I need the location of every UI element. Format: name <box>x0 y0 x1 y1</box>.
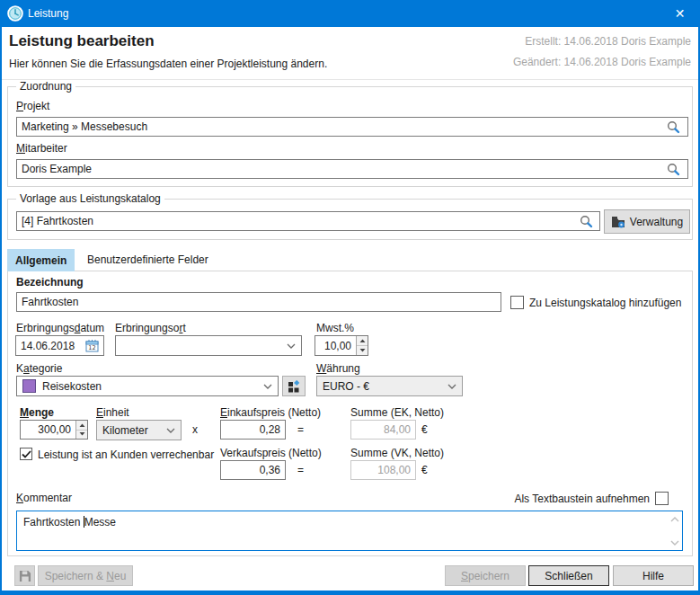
category-color-swatch <box>22 379 36 393</box>
speichern-neu-button[interactable]: Speichern & Neu <box>38 565 133 586</box>
folder-gear-icon <box>611 216 625 228</box>
menge-stepper-down-button[interactable] <box>76 431 87 440</box>
kategorie-label: Kategorie <box>16 362 62 375</box>
kategorie-select[interactable]: Reisekosten <box>16 376 279 396</box>
leistung-dialog: Leistung ✕ Leistung bearbeiten Hier könn… <box>0 0 700 595</box>
page-title: Leistung bearbeiten <box>9 32 155 50</box>
mwst-label: Mwst.% <box>316 322 354 334</box>
window-border-left <box>0 27 2 591</box>
einheit-label: Einheit <box>96 406 129 419</box>
scroll-down-icon[interactable] <box>670 540 679 546</box>
textbaustein-label: Als Textbaustein aufnehmen <box>514 493 650 505</box>
equals-sign: = <box>297 464 304 476</box>
scroll-up-icon[interactable] <box>670 517 679 522</box>
verrechenbar-label: Leistung ist an Kunden verrechenbar <box>38 448 214 461</box>
summe-vk-output <box>350 460 416 480</box>
erbringungsort-select[interactable] <box>115 335 302 356</box>
verwaltung-button-label: Verwaltung <box>630 216 683 228</box>
header-divider <box>0 79 700 80</box>
tab-allgemein[interactable]: Allgemein <box>7 249 75 271</box>
vorlage-input[interactable] <box>16 211 600 231</box>
close-icon: ✕ <box>675 6 686 21</box>
schliessen-button[interactable]: Schließen <box>528 565 609 586</box>
speichern-neu-label: Speichern & Neu <box>45 570 127 582</box>
menge-label: Menge <box>20 406 54 419</box>
kommentar-label: Kommentar <box>16 492 72 504</box>
zu-leistungskatalog-checkbox[interactable] <box>510 296 524 309</box>
menge-stepper-up-button[interactable] <box>76 421 87 431</box>
chevron-down-icon <box>263 384 272 389</box>
modified-info: Geändert: 14.06.2018 Doris Example <box>513 56 691 68</box>
verrechenbar-checkbox[interactable] <box>20 448 32 460</box>
check-icon <box>22 450 31 458</box>
save-icon-button[interactable] <box>14 565 35 586</box>
speichern-button[interactable]: Speichern <box>445 565 526 586</box>
close-button[interactable]: ✕ <box>660 0 700 27</box>
einheit-select[interactable]: Kilometer <box>96 420 182 440</box>
projekt-label: Projekt <box>16 100 49 112</box>
zuordnung-legend: Zuordnung <box>16 80 75 93</box>
speichern-label: Speichern <box>461 570 509 582</box>
created-info: Erstellt: 14.06.2018 Doris Example <box>525 35 691 48</box>
window-border-bottom <box>0 591 700 595</box>
clock-icon <box>7 5 23 22</box>
summe-ek-label: Summe (EK, Netto) <box>350 406 444 419</box>
verkaufspreis-label: Verkaufspreis (Netto) <box>220 447 322 459</box>
erbringungsort-label: Erbringungsort <box>115 322 186 334</box>
hilfe-button[interactable]: Hilfe <box>613 565 694 586</box>
verkaufspreis-input[interactable] <box>220 460 286 480</box>
bezeichnung-label: Bezeichnung <box>16 276 84 289</box>
window-title: Leistung <box>28 7 68 20</box>
equals-sign: = <box>297 423 304 436</box>
mitarbeiter-search-icon[interactable] <box>667 163 680 176</box>
mitarbeiter-label: Mitarbeiter <box>16 142 67 155</box>
svg-text:12: 12 <box>88 344 95 351</box>
projekt-search-icon[interactable] <box>667 120 680 134</box>
mwst-stepper <box>356 336 368 355</box>
einkaufspreis-label: Einkaufspreis (Netto) <box>220 406 321 419</box>
calendar-icon[interactable]: 12 <box>85 339 99 352</box>
schliessen-label: Schließen <box>545 570 592 582</box>
einkaufspreis-input[interactable] <box>220 420 286 440</box>
projekt-input[interactable] <box>16 117 688 137</box>
mwst-stepper-up-button[interactable] <box>357 336 368 346</box>
verwaltung-button[interactable]: Verwaltung <box>604 209 690 234</box>
bezeichnung-input[interactable] <box>16 292 501 312</box>
textbaustein-checkbox[interactable] <box>655 492 669 505</box>
page-subtitle: Hier können Sie die Erfassungsdaten eine… <box>9 58 327 70</box>
category-grid-icon <box>288 380 300 393</box>
euro-sign-vk: € <box>421 464 428 476</box>
menge-stepper <box>75 421 87 439</box>
titlebar: Leistung ✕ <box>0 0 700 27</box>
floppy-icon <box>19 570 31 582</box>
waehrung-select[interactable]: EURO - € <box>316 376 463 396</box>
waehrung-label: Währung <box>316 362 360 375</box>
chevron-down-icon <box>447 384 456 389</box>
euro-sign-ek: € <box>421 423 428 436</box>
chevron-down-icon <box>166 428 175 433</box>
summe-ek-output <box>350 420 416 440</box>
kommentar-textarea[interactable]: Fahrtkosten Messe <box>16 511 683 551</box>
summe-vk-label: Summe (VK, Netto) <box>350 447 444 459</box>
mwst-stepper-down-button[interactable] <box>357 346 368 355</box>
erbringungsdatum-label: Erbringungsdatum <box>16 322 104 334</box>
zu-leistungskatalog-label: Zu Leistungskatalog hinzufügen <box>529 297 681 309</box>
tab-benutzerdefinierte-felder[interactable]: Benutzerdefinierte Felder <box>79 249 217 271</box>
chevron-down-icon <box>287 343 296 349</box>
multiply-sign: x <box>192 423 198 436</box>
kategorie-verwaltung-button[interactable] <box>282 376 306 396</box>
mitarbeiter-input[interactable] <box>16 159 688 179</box>
vorlage-search-icon[interactable] <box>580 215 593 228</box>
hilfe-label: Hilfe <box>642 570 664 582</box>
vorlage-legend: Vorlage aus Leistungskatalog <box>16 192 164 205</box>
